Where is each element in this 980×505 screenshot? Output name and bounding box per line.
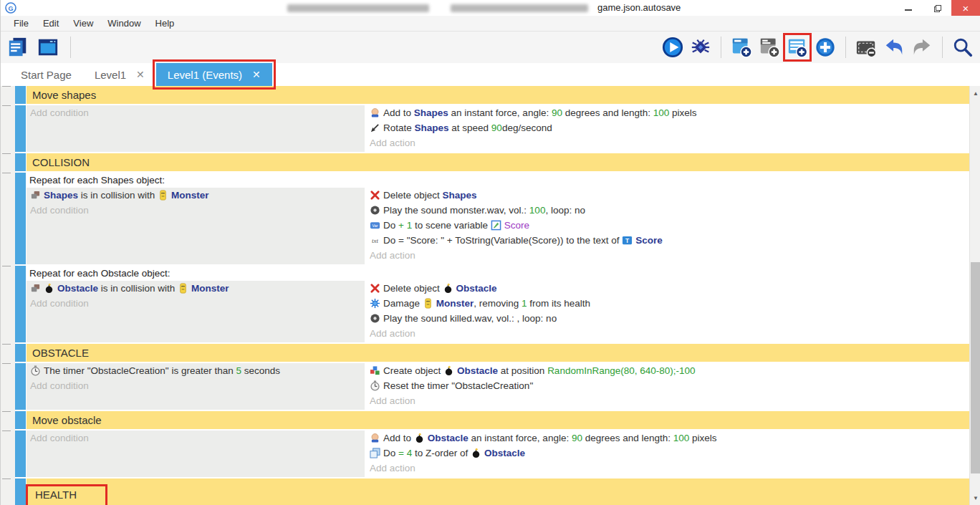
annotation-box: HEALTH [28, 486, 105, 505]
event-select-bar[interactable] [15, 153, 26, 171]
add-action-button[interactable]: Add action [366, 135, 969, 150]
event-select-bar[interactable] [15, 363, 26, 410]
condition-row[interactable]: The timer "ObstacleCreation" is greater … [27, 363, 365, 378]
force-icon [370, 107, 380, 118]
event-block: Add conditionAdd to Shapes an instant fo… [1, 105, 969, 152]
actions-column: Add to Shapes an instant force, angle: 9… [366, 105, 969, 152]
action-row[interactable]: Damage Monster, removing 1 from its heal… [366, 296, 969, 311]
instruction-text: Do = "Score: " + ToString(Variable(Score… [383, 235, 622, 246]
action-row[interactable]: Delete object Shapes [366, 188, 969, 203]
foreach-header[interactable]: Repeat for each Shapes object: [27, 173, 969, 188]
event-select-bar[interactable] [15, 478, 26, 505]
add-events-sheet-icon[interactable] [786, 36, 809, 59]
tab-close-icon[interactable]: ✕ [136, 69, 145, 80]
redo-icon[interactable] [911, 36, 933, 59]
event-block: Repeat for each Shapes object:Shapes is … [1, 173, 969, 264]
obstacle-icon [443, 365, 454, 376]
tab-bar: Start PageLevel1✕Level1 (Events)✕ [1, 63, 980, 86]
action-row[interactable]: Rotate Shapes at speed 90deg/second [366, 120, 969, 135]
instruction-text: Add to [383, 433, 414, 443]
event-select-bar[interactable] [15, 86, 26, 104]
conditions-column: The timer "ObstacleCreation" is greater … [27, 363, 365, 410]
add-condition-button[interactable]: Add condition [27, 378, 365, 393]
add-condition-button[interactable]: Add condition [27, 296, 365, 311]
action-row[interactable]: Reset the timer "ObstacleCreation" [366, 378, 969, 393]
group-header[interactable]: OBSTACLE [27, 344, 969, 362]
project-manager-icon[interactable] [6, 36, 29, 59]
obstacle-icon [471, 448, 481, 458]
instruction-text: to scene variable [412, 220, 491, 231]
scrollbar-thumb[interactable] [971, 262, 980, 473]
menu-window[interactable]: Window [100, 16, 148, 31]
group-header[interactable]: COLLISION [27, 153, 969, 171]
menu-edit[interactable]: Edit [36, 16, 66, 31]
action-row[interactable]: Play the sound killed.wav, vol.: , loop:… [366, 311, 969, 326]
add-condition-button[interactable]: Add condition [27, 431, 365, 446]
action-row[interactable]: Do = 4 to Z-order of Obstacle [366, 446, 969, 461]
instruction-text: Do [383, 448, 398, 458]
undo-icon[interactable] [883, 36, 905, 59]
event-block: Add conditionAdd to Obstacle an instant … [1, 431, 969, 477]
menu-file[interactable]: File [6, 16, 36, 31]
collision-icon [30, 283, 41, 294]
menu-help[interactable]: Help [148, 16, 182, 31]
play-icon[interactable] [661, 36, 684, 59]
instruction-text: Shapes [44, 190, 78, 201]
event-select-bar[interactable] [15, 431, 26, 477]
conditions-column: Shapes is in collision with MonsterAdd c… [27, 188, 365, 264]
add-action-button[interactable]: Add action [366, 393, 969, 408]
action-row[interactable]: Delete object Obstacle [366, 281, 969, 296]
add-action-button[interactable]: Add action [366, 461, 969, 476]
action-row[interactable]: Add to Obstacle an instant force, angle:… [366, 431, 969, 446]
instruction-text: 100 [673, 433, 690, 443]
scene-editor-icon[interactable] [37, 36, 59, 59]
search-icon[interactable] [951, 36, 974, 59]
action-row[interactable]: Add to Shapes an instant force, angle: 9… [366, 105, 969, 120]
event-gutter [1, 478, 15, 505]
group-header[interactable]: Move obstacle [27, 411, 969, 429]
tab-level1-events-[interactable]: Level1 (Events)✕ [156, 63, 272, 86]
event-select-bar[interactable] [15, 411, 26, 429]
window-title: game.json.autosave [597, 2, 681, 13]
tab-level1[interactable]: Level1✕ [83, 63, 156, 86]
tab-start-page[interactable]: Start Page [9, 63, 83, 86]
add-condition-button[interactable]: Add condition [27, 203, 365, 218]
instruction-text: = 4 [398, 448, 412, 458]
scroll-up-icon[interactable]: ▲ [970, 87, 980, 99]
add-external-events-icon[interactable] [758, 36, 781, 59]
add-action-button[interactable]: Add action [366, 326, 969, 341]
close-button[interactable]: × [951, 0, 980, 16]
instruction-text: 100 [653, 107, 670, 118]
group-header[interactable]: Move shapes [27, 86, 969, 104]
add-action-button[interactable]: Add action [366, 248, 969, 263]
actions-column: Add to Obstacle an instant force, angle:… [366, 431, 969, 477]
vertical-scrollbar[interactable]: ▲ ▼ [969, 86, 980, 505]
event-gutter [1, 86, 15, 104]
add-condition-button[interactable]: Add condition [27, 105, 365, 120]
minimize-button[interactable] [894, 0, 923, 16]
menu-view[interactable]: View [66, 16, 100, 31]
event-select-bar[interactable] [15, 173, 26, 264]
condition-row[interactable]: Shapes is in collision with Monster [27, 188, 365, 203]
sound-icon [370, 205, 380, 216]
event-select-bar[interactable] [15, 266, 26, 342]
tab-close-icon[interactable]: ✕ [252, 69, 261, 80]
action-row[interactable]: txtDo = "Score: " + ToString(Variable(Sc… [366, 233, 969, 248]
condition-row[interactable]: Obstacle is in collision with Monster [27, 281, 365, 296]
title-bar: G game.json.autosave × [1, 0, 980, 16]
add-circle-icon[interactable] [814, 36, 837, 59]
actions-column: Delete object ShapesPlay the sound monst… [366, 188, 969, 264]
scroll-down-icon[interactable]: ▼ [970, 492, 980, 504]
event-select-bar[interactable] [15, 105, 26, 152]
debug-bug-icon[interactable] [689, 36, 712, 59]
instruction-text: 90 [552, 107, 562, 118]
action-row[interactable]: VarDo + 1 to scene variable Score [366, 218, 969, 233]
action-row[interactable]: Play the sound monster.wav, vol.: 100, l… [366, 203, 969, 218]
group-header[interactable]: HEALTH [27, 478, 969, 505]
action-row[interactable]: Create object Obstacle at position Rando… [366, 363, 969, 378]
foreach-header[interactable]: Repeat for each Obstacle object: [27, 266, 969, 281]
remove-frame-icon[interactable] [855, 36, 878, 59]
event-select-bar[interactable] [15, 344, 26, 362]
restore-button[interactable] [923, 0, 951, 16]
add-scene-icon[interactable] [730, 36, 753, 59]
